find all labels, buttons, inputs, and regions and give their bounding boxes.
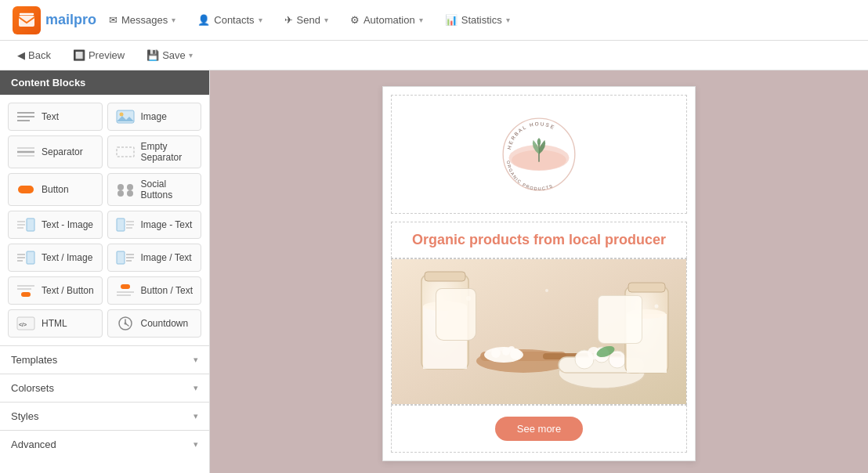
logo-text: mailpro (45, 12, 96, 28)
nav-statistics[interactable]: 📊 Statistics ▾ (436, 9, 519, 31)
statistics-arrow-icon: ▾ (506, 16, 510, 24)
countdown-block-icon (114, 315, 136, 332)
email-headline: Organic products from local producer (412, 232, 666, 247)
text-image-icon-svg (16, 217, 36, 233)
svg-rect-23 (27, 251, 34, 264)
block-text-image2[interactable]: Text / Image (8, 244, 103, 272)
styles-chevron-icon: ▾ (193, 411, 198, 421)
automation-arrow-icon: ▾ (419, 16, 423, 24)
countdown-icon-svg (115, 316, 136, 331)
statistics-icon: 📊 (445, 14, 458, 26)
text-button-icon-svg (16, 283, 36, 298)
svg-rect-33 (21, 292, 31, 297)
main-layout: Content Blocks Text (0, 70, 868, 473)
email-button-section[interactable]: See more (391, 405, 687, 453)
svg-point-5 (119, 113, 123, 117)
email-image-section[interactable] (391, 258, 687, 405)
svg-point-53 (423, 301, 467, 311)
image-block-icon (114, 108, 136, 125)
block-countdown[interactable]: Countdown (107, 309, 202, 338)
nav-messages[interactable]: ✉ Messages ▾ (99, 9, 185, 31)
svg-rect-19 (117, 218, 125, 231)
email-canvas: HERBAL HOUSE ORGANIC PRODUCTS Organic pr… (382, 86, 696, 461)
see-more-button[interactable]: See more (495, 417, 583, 441)
back-arrow-icon: ◀ (17, 49, 25, 61)
svg-rect-0 (19, 16, 34, 27)
nav-contacts[interactable]: 👤 Contacts ▾ (188, 9, 271, 31)
block-text-image[interactable]: Text - Image (8, 211, 103, 239)
block-html[interactable]: </> HTML (8, 309, 103, 338)
sidebar: Content Blocks Text (0, 70, 210, 473)
svg-point-14 (127, 190, 133, 197)
preview-button[interactable]: 🔲 Preview (68, 48, 129, 63)
svg-rect-71 (627, 314, 667, 373)
block-image[interactable]: Image (107, 103, 202, 131)
advanced-chevron-icon: ▾ (193, 439, 198, 450)
preview-icon: 🔲 (73, 49, 85, 61)
block-image-text2[interactable]: Image / Text (107, 244, 202, 272)
sidebar-section-colorsets[interactable]: Colorsets ▾ (0, 374, 209, 402)
save-icon: 💾 (146, 49, 159, 61)
svg-rect-34 (121, 284, 130, 289)
html-block-icon: </> (15, 315, 37, 332)
nav-automation[interactable]: ⚙ Automation ▾ (341, 9, 432, 31)
svg-point-72 (627, 309, 666, 319)
sidebar-section-styles[interactable]: Styles ▾ (0, 402, 209, 430)
dairy-scene (392, 259, 686, 404)
svg-point-11 (118, 184, 124, 190)
image-text-block-icon (114, 216, 136, 233)
send-icon: ✈ (284, 14, 293, 26)
svg-rect-9 (117, 147, 134, 157)
svg-rect-10 (18, 186, 34, 193)
automation-icon: ⚙ (350, 14, 360, 26)
svg-rect-15 (27, 218, 34, 231)
block-empty-separator[interactable]: Empty Separator (107, 135, 202, 168)
block-text-button[interactable]: Text / Button (8, 276, 103, 305)
save-arrow-icon: ▾ (189, 51, 193, 60)
block-text[interactable]: Text (8, 103, 103, 131)
mailpro-logo-svg (17, 11, 36, 30)
svg-point-12 (127, 184, 133, 190)
text-icon-svg (16, 109, 36, 125)
html-icon-svg: </> (16, 316, 36, 331)
canvas-area: HERBAL HOUSE ORGANIC PRODUCTS Organic pr… (210, 70, 868, 473)
top-navigation: mailpro ✉ Messages ▾ 👤 Contacts ▾ ✈ Send… (0, 0, 868, 41)
empty-separator-block-icon (114, 143, 136, 161)
herbal-house-logo: HERBAL HOUSE ORGANIC PRODUCTS (496, 111, 582, 197)
block-social-buttons[interactable]: Social Buttons (107, 173, 202, 206)
contacts-icon: 👤 (197, 14, 210, 26)
svg-point-42 (124, 323, 126, 325)
button-block-icon (15, 181, 37, 198)
svg-rect-51 (425, 272, 465, 281)
sidebar-section-templates[interactable]: Templates ▾ (0, 345, 209, 374)
email-logo-section[interactable]: HERBAL HOUSE ORGANIC PRODUCTS (391, 95, 687, 214)
block-separator[interactable]: Separator (8, 135, 103, 168)
content-blocks-grid: Text Image (0, 95, 209, 345)
block-button[interactable]: Button (8, 173, 103, 206)
svg-point-75 (655, 305, 659, 309)
image-text-icon-svg (115, 217, 136, 233)
empty-separator-icon-svg (115, 144, 136, 160)
messages-arrow-icon: ▾ (172, 16, 175, 24)
sidebar-section-advanced[interactable]: Advanced ▾ (0, 430, 209, 458)
image-icon-svg (115, 109, 136, 125)
separator-icon-svg (16, 144, 36, 160)
messages-icon: ✉ (109, 14, 118, 26)
image-text2-block-icon (114, 249, 136, 266)
email-headline-section[interactable]: Organic products from local producer (391, 222, 687, 258)
save-button[interactable]: 💾 Save ▾ (142, 48, 197, 63)
svg-point-13 (118, 190, 124, 197)
image-text2-icon-svg (115, 250, 136, 265)
product-image (392, 259, 686, 404)
nav-send[interactable]: ✈ Send ▾ (275, 9, 338, 31)
text-block-icon (15, 108, 37, 125)
block-button-text[interactable]: Button / Text (107, 276, 202, 305)
separator-block-icon (15, 143, 37, 161)
editor-toolbar: ◀ Back 🔲 Preview 💾 Save ▾ (0, 41, 868, 70)
back-button[interactable]: ◀ Back (13, 48, 56, 63)
block-image-text[interactable]: Image - Text (107, 211, 202, 239)
text-image2-icon-svg (16, 250, 36, 265)
svg-rect-27 (117, 251, 125, 264)
logo-icon (13, 6, 41, 34)
send-arrow-icon: ▾ (324, 16, 328, 24)
